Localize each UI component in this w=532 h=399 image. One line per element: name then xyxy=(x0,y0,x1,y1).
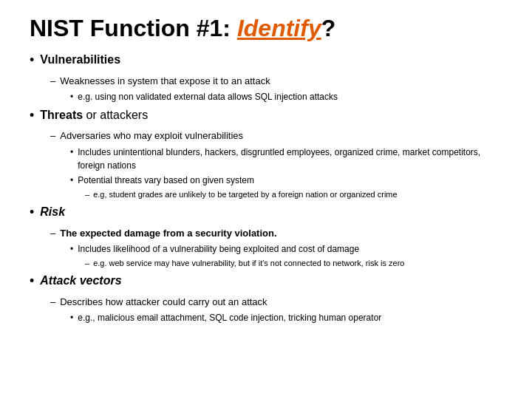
risk-detail1-sub-text: e.g. web service may have vulnerability,… xyxy=(93,257,404,270)
threats-detail2: • Potential threats vary based on given … xyxy=(70,174,502,187)
section-risk: • Risk – The expected damage from a secu… xyxy=(30,205,502,269)
threats-sub1-text: Adversaries who may exploit vulnerabilit… xyxy=(60,129,243,143)
bullet-l1-dot-av: • xyxy=(30,273,34,290)
bullet-vulnerabilities: • Vulnerabilities xyxy=(30,52,502,69)
bullet-l1-dot: • xyxy=(30,52,34,69)
section-vulnerabilities: • Vulnerabilities – Weaknesses in system… xyxy=(30,52,502,103)
dash-icon-t2: – xyxy=(85,188,89,201)
threats-detail2-text: Potential threats vary based on given sy… xyxy=(78,174,254,187)
bullet-l3-dot: • xyxy=(70,90,73,103)
bullet-l3-dot-t1: • xyxy=(70,146,73,159)
attack-vectors-example: • e.g., malicious email attachment, SQL … xyxy=(70,311,502,324)
risk-sub1-text: The expected damage from a security viol… xyxy=(60,227,276,240)
attack-vectors-sub1-text: Describes how attacker could carry out a… xyxy=(60,296,267,309)
attack-vectors-sub1: – Describes how attacker could carry out… xyxy=(50,296,502,309)
slide-title: NIST Function #1: Identify? xyxy=(30,15,502,42)
vulnerabilities-sub1: – Weaknesses in system that expose it to… xyxy=(50,75,502,88)
dash-icon-r1: – xyxy=(85,257,89,270)
dash-icon-threats: – xyxy=(50,129,55,143)
title-highlight: Identify xyxy=(237,15,321,41)
title-suffix: ? xyxy=(321,15,336,41)
vulnerabilities-example-text: e.g. using non validated external data a… xyxy=(78,90,338,103)
threats-label: Threats or attackers xyxy=(40,108,148,123)
risk-detail1-text: Includes likelihood of a vulnerability b… xyxy=(78,242,359,256)
bullet-risk: • Risk xyxy=(30,205,502,221)
bullet-attack-vectors: • Attack vectors xyxy=(30,273,502,290)
attack-vectors-example-text: e.g., malicious email attachment, SQL co… xyxy=(78,311,381,324)
risk-detail1: • Includes likelihood of a vulnerability… xyxy=(70,242,502,256)
threats-detail1: • Includes unintentional blunders, hacke… xyxy=(70,146,502,172)
risk-detail1-sub: – e.g. web service may have vulnerabilit… xyxy=(85,257,502,270)
bullet-l3-dot-t2: • xyxy=(70,174,73,187)
dash-icon: – xyxy=(50,75,55,88)
bullet-l3-dot-av1: • xyxy=(70,311,73,324)
dash-icon-risk: – xyxy=(50,227,55,240)
attack-vectors-label: Attack vectors xyxy=(40,273,121,289)
threats-detail2-sub: – e.g, student grades are unlikely to be… xyxy=(85,188,502,201)
vulnerabilities-label: Vulnerabilities xyxy=(40,52,120,68)
slide: NIST Function #1: Identify? • Vulnerabil… xyxy=(0,0,532,399)
bullet-l3-dot-r1: • xyxy=(70,242,73,256)
section-attack-vectors: • Attack vectors – Describes how attacke… xyxy=(30,273,502,324)
content-area: • Vulnerabilities – Weaknesses in system… xyxy=(30,52,502,324)
bullet-l1-dot-threats: • xyxy=(30,108,34,124)
bullet-threats: • Threats or attackers xyxy=(30,108,502,124)
threats-detail2-sub-text: e.g, student grades are unlikely to be t… xyxy=(93,188,398,201)
dash-icon-av: – xyxy=(50,296,55,309)
vulnerabilities-sub1-text: Weaknesses in system that expose it to a… xyxy=(60,75,270,88)
risk-label: Risk xyxy=(40,205,65,220)
risk-sub1: – The expected damage from a security vi… xyxy=(50,227,502,240)
section-threats: • Threats or attackers – Adversaries who… xyxy=(30,108,502,200)
bullet-l1-dot-risk: • xyxy=(30,205,34,221)
vulnerabilities-example: • e.g. using non validated external data… xyxy=(70,90,502,103)
threats-detail1-text: Includes unintentional blunders, hackers… xyxy=(78,146,502,172)
title-prefix: NIST Function #1: xyxy=(30,15,237,41)
threats-sub1: – Adversaries who may exploit vulnerabil… xyxy=(50,129,502,143)
